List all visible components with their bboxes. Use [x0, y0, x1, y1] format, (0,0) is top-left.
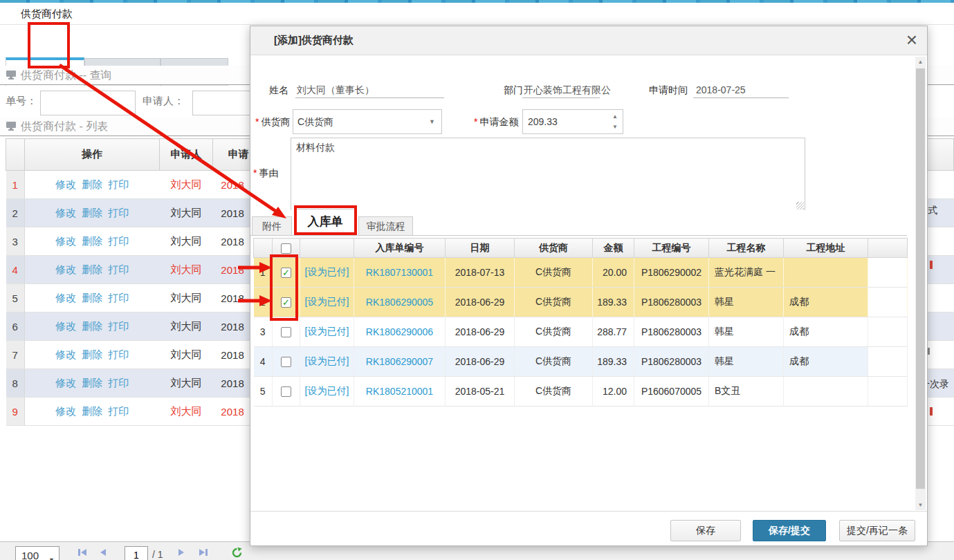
print-link[interactable]: 打印	[108, 405, 129, 417]
col-proj-name: 工程名称	[709, 239, 784, 258]
name-underline	[295, 84, 444, 98]
tab-attachments[interactable]: 附件	[252, 216, 292, 235]
set-paid-link[interactable]: [设为已付]	[300, 288, 354, 317]
col-supplier: 供货商	[515, 239, 593, 258]
scrollbar-thumb[interactable]	[916, 68, 925, 489]
scroll-down-icon[interactable]: ▼	[915, 500, 926, 510]
scroll-up-icon[interactable]: ▲	[915, 57, 926, 67]
print-link[interactable]: 打印	[108, 348, 129, 360]
save-button[interactable]: 保存	[670, 520, 741, 541]
tab-approval-flow[interactable]: 审批流程	[358, 216, 413, 235]
submit-and-new-button[interactable]: 提交/再记一条	[839, 520, 915, 541]
applicant-cell: 刘大同	[159, 398, 212, 426]
row-actions: 修改删除打印	[24, 171, 159, 199]
row-actions: 修改删除打印	[24, 398, 159, 426]
resize-grip[interactable]	[796, 202, 804, 209]
last-page-icon[interactable]	[198, 548, 208, 560]
amount-input[interactable]	[523, 110, 609, 133]
inbound-code-link[interactable]: RK1806290007	[354, 347, 446, 377]
set-paid-link[interactable]: [设为已付]	[300, 258, 354, 288]
header-checkbox-cell	[273, 239, 300, 258]
clipped-red-text-fragment	[930, 261, 933, 269]
row-checkbox[interactable]	[281, 357, 291, 367]
applicant-cell: 刘大同	[159, 227, 212, 256]
delete-link[interactable]: 删除	[82, 320, 102, 332]
print-link[interactable]: 打印	[108, 292, 129, 304]
set-paid-link[interactable]: [设为已付]	[300, 377, 354, 407]
page-title: 供货商付款	[21, 8, 73, 21]
table-row: 4[设为已付]RK18062900072018-06-29C供货商189.33P…	[254, 347, 908, 377]
applicant-cell: 刘大同	[159, 171, 212, 199]
delete-link[interactable]: 删除	[82, 377, 102, 389]
add-payment-dialog: [添加]供货商付款 × 姓名 刘大同（董事长） 部门 开心装饰工程有限公 申请时…	[250, 26, 928, 546]
col-proj-addr: 工程地址	[784, 239, 868, 258]
delete-link[interactable]: 删除	[82, 207, 102, 218]
order-no-label: 单号：	[6, 95, 37, 108]
next-page-icon[interactable]	[177, 548, 186, 560]
spinner-up-icon[interactable]: ▲	[609, 111, 621, 122]
refresh-icon[interactable]	[231, 547, 243, 560]
edit-link[interactable]: 修改	[55, 263, 76, 275]
print-link[interactable]: 打印	[108, 263, 129, 275]
applicant-cell: 刘大同	[159, 369, 212, 398]
edit-link[interactable]: 修改	[55, 178, 76, 190]
edit-link[interactable]: 修改	[55, 348, 76, 360]
set-paid-link[interactable]: [设为已付]	[300, 347, 354, 377]
edit-link[interactable]: 修改	[55, 405, 76, 417]
inbound-code-link[interactable]: RK1806290006	[354, 317, 446, 347]
print-link[interactable]: 打印	[108, 377, 129, 389]
delete-link[interactable]: 删除	[82, 405, 102, 417]
delete-link[interactable]: 删除	[82, 235, 102, 247]
reason-label: *事由	[253, 167, 278, 180]
monitor-icon	[6, 121, 17, 134]
row-checkbox[interactable]	[281, 386, 291, 397]
row-actions: 修改删除打印	[24, 199, 159, 227]
name-label: 姓名	[269, 84, 288, 97]
print-link[interactable]: 打印	[108, 207, 129, 218]
edit-link[interactable]: 修改	[55, 235, 76, 247]
applicant-cell: 刘大同	[159, 312, 212, 341]
row-actions: 修改删除打印	[24, 227, 159, 256]
applicant-cell: 刘大同	[159, 256, 212, 284]
clipped-text-fragment	[928, 348, 930, 355]
dialog-scrollbar[interactable]: ▲ ▼	[915, 57, 926, 510]
edit-link[interactable]: 修改	[55, 377, 76, 389]
col-date: 日期	[446, 239, 515, 258]
row-checkbox[interactable]	[281, 327, 291, 337]
page-number-input[interactable]	[125, 546, 148, 560]
chevron-down-icon: ▼	[429, 110, 435, 133]
save-submit-button[interactable]: 保存/提交	[753, 520, 826, 541]
delete-link[interactable]: 删除	[82, 292, 102, 304]
dept-label: 部门	[504, 84, 523, 97]
prev-page-icon[interactable]	[98, 548, 107, 560]
delete-link[interactable]: 删除	[82, 263, 102, 275]
print-link[interactable]: 打印	[108, 320, 129, 332]
tab-inbound-orders[interactable]: 入库单	[294, 209, 356, 235]
edit-link[interactable]: 修改	[55, 292, 76, 304]
detail-tabbar: 附件 入库单 审批流程	[250, 210, 907, 236]
inbound-code-link[interactable]: RK1805210001	[354, 377, 446, 407]
reason-textarea[interactable]: 材料付款	[291, 138, 805, 211]
delete-link[interactable]: 删除	[82, 348, 102, 360]
supplier-select[interactable]: C供货商 ▼	[293, 109, 442, 134]
row-checkbox[interactable]: ✓	[281, 268, 291, 278]
edit-link[interactable]: 修改	[55, 207, 76, 218]
close-icon[interactable]: ×	[906, 30, 917, 50]
clipped-red-text-fragment	[930, 407, 933, 416]
supplier-label: *供货商	[255, 116, 290, 129]
delete-link[interactable]: 删除	[82, 178, 102, 190]
window-titlebar: 供货商付款	[0, 3, 954, 25]
edit-link[interactable]: 修改	[55, 320, 76, 332]
select-all-checkbox[interactable]	[281, 243, 291, 254]
inbound-code-link[interactable]: RK1806290005	[354, 288, 446, 317]
first-page-icon[interactable]	[77, 548, 88, 560]
spinner-down-icon[interactable]: ▼	[609, 122, 621, 132]
row-checkbox[interactable]: ✓	[281, 297, 291, 308]
inbound-code-link[interactable]: RK1807130001	[354, 258, 446, 288]
print-link[interactable]: 打印	[108, 178, 129, 190]
page-size-select[interactable]: 100 ▼	[15, 546, 59, 560]
order-no-input[interactable]	[40, 91, 136, 115]
print-link[interactable]: 打印	[108, 235, 129, 247]
amount-field: ▲ ▼	[522, 109, 623, 134]
set-paid-link[interactable]: [设为已付]	[300, 317, 354, 347]
